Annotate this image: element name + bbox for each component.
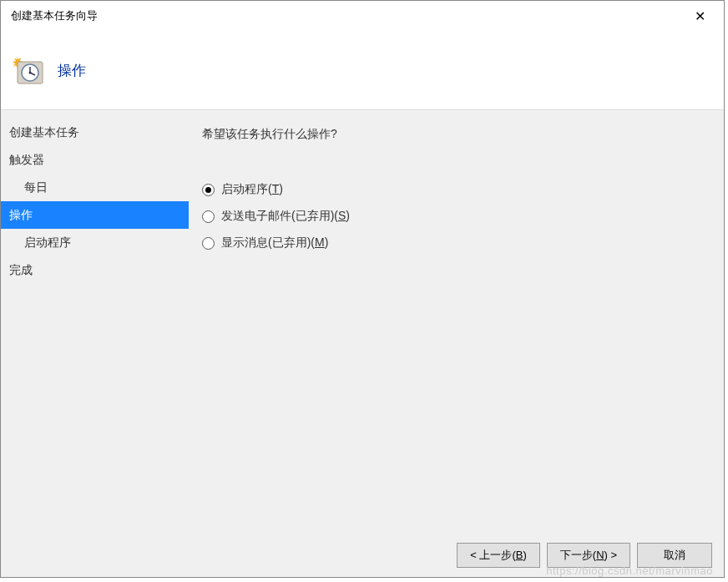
radio-label: 启动程序(T)	[221, 182, 283, 197]
wizard-sidebar: 创建基本任务触发器每日操作启动程序完成	[1, 110, 189, 534]
header-section: 操作	[1, 31, 724, 110]
close-icon[interactable]: ✕	[686, 5, 714, 28]
svg-point-5	[29, 72, 32, 74]
sidebar-item[interactable]: 启动程序	[1, 229, 189, 256]
radio-option[interactable]: 显示消息(已弃用)(M)	[202, 235, 707, 251]
window-title: 创建基本任务向导	[11, 8, 98, 23]
clock-task-icon	[13, 54, 46, 86]
action-radio-group: 启动程序(T)发送电子邮件(已弃用)(S)显示消息(已弃用)(M)	[202, 182, 707, 251]
next-button[interactable]: 下一步(N) >	[547, 543, 630, 568]
back-button[interactable]: < 上一步(B)	[457, 543, 540, 568]
question-text: 希望该任务执行什么操作?	[202, 127, 707, 142]
radio-option[interactable]: 启动程序(T)	[202, 182, 707, 197]
radio-label: 发送电子邮件(已弃用)(S)	[221, 209, 350, 224]
radio-option[interactable]: 发送电子邮件(已弃用)(S)	[202, 209, 707, 224]
radio-label: 显示消息(已弃用)(M)	[221, 235, 328, 251]
sidebar-item[interactable]: 操作	[1, 201, 189, 229]
sidebar-item[interactable]: 创建基本任务	[1, 119, 189, 146]
wizard-window: 创建基本任务向导 ✕ 操作 创建基本任务触发器每日操作启动程序完成 希望该任务执…	[0, 0, 725, 578]
sidebar-item[interactable]: 每日	[1, 174, 189, 201]
sidebar-item[interactable]: 触发器	[1, 146, 189, 174]
sidebar-item[interactable]: 完成	[1, 256, 189, 284]
cancel-button[interactable]: 取消	[637, 543, 712, 568]
button-bar: < 上一步(B) 下一步(N) > 取消	[1, 534, 724, 577]
content-area: 创建基本任务触发器每日操作启动程序完成 希望该任务执行什么操作? 启动程序(T)…	[1, 110, 724, 534]
radio-icon	[202, 184, 215, 196]
radio-icon	[202, 237, 215, 250]
title-bar: 创建基本任务向导 ✕	[1, 1, 724, 31]
radio-icon	[202, 210, 215, 223]
page-title: 操作	[58, 61, 86, 80]
main-panel: 希望该任务执行什么操作? 启动程序(T)发送电子邮件(已弃用)(S)显示消息(已…	[189, 110, 724, 534]
